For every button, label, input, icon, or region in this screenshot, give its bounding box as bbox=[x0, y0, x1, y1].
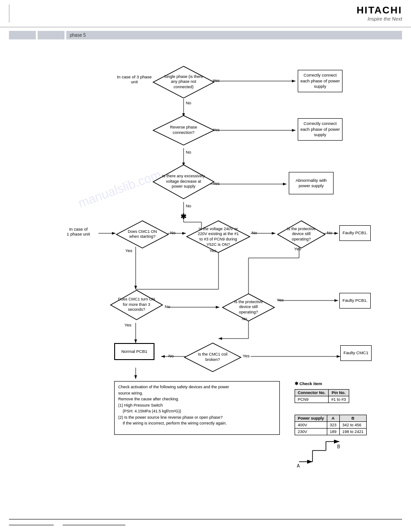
diamond-cmc1-3sec: Does CMC1 turn ON for more than 3 second… bbox=[110, 289, 163, 321]
label-yes-3sec: Yes bbox=[124, 322, 132, 327]
page-header: HITACHI Inspire the Next bbox=[0, 0, 411, 27]
diamond-voltage-decrease: Is there any excessively voltage decreas… bbox=[152, 164, 215, 200]
cell-230v-b: 198 to 2421 bbox=[339, 429, 367, 435]
label-no-3sec: No bbox=[165, 304, 170, 309]
col-b: B bbox=[339, 415, 367, 422]
brand-logo: HITACHI Inspire the Next bbox=[356, 4, 402, 21]
box-faulty-pcb1-a: Faulty PCB1. bbox=[339, 225, 371, 241]
label-no-prot2: No bbox=[242, 316, 247, 321]
label-yes-v240: Yes bbox=[210, 248, 217, 253]
main-content: manualslib.com bbox=[0, 43, 411, 419]
label-3phase: In case of 3 phase unit bbox=[116, 74, 152, 84]
diamond-cmc1-on-text: Does CMC1 ON when starting? bbox=[124, 229, 161, 240]
tab-2[interactable] bbox=[38, 31, 64, 39]
label-yes-1: Yes bbox=[213, 78, 220, 83]
flowchart: manualslib.com bbox=[9, 47, 402, 415]
cell-pcn9: PCN9 bbox=[295, 396, 329, 403]
brand-tagline: Inspire the Next bbox=[356, 16, 402, 21]
box-abnormality: Abnormality with power supply bbox=[289, 172, 334, 194]
note-box: Check activation of the following safety… bbox=[114, 381, 280, 435]
label-yes-3: Yes bbox=[213, 181, 220, 186]
label-yes-coil: Yes bbox=[243, 353, 250, 358]
label-no-3: No bbox=[186, 203, 191, 208]
label-no-v240: No bbox=[252, 230, 257, 235]
diamond-protective1-text: Is the protective device still operating… bbox=[284, 227, 319, 242]
note-text: Check activation of the following safety… bbox=[118, 384, 276, 427]
watermark: manualslib.com bbox=[76, 167, 163, 211]
cell-230v: 230V bbox=[295, 429, 327, 435]
label-no-coil: No bbox=[168, 353, 174, 358]
cell-pin: #1 to #3 bbox=[329, 396, 349, 403]
diamond-voltage240-text: Is the voltage 240V or 220V existing at … bbox=[196, 226, 241, 247]
cell-230v-a: 189 bbox=[327, 429, 339, 435]
tab-phase5[interactable]: phase 5 bbox=[66, 31, 402, 39]
box-faulty-pcb1-b: Faulty PCB1. bbox=[339, 293, 371, 309]
col-connector: Connector No. bbox=[295, 390, 329, 396]
cell-400v-a: 323 bbox=[327, 422, 339, 429]
label-no-cmc1: No bbox=[170, 230, 176, 235]
footer-left bbox=[9, 521, 125, 525]
label-yes-prot2: Yes bbox=[277, 297, 284, 302]
diamond-single-phase-text: Single phase (is there any phase not con… bbox=[162, 74, 206, 90]
diamond-cmc1-on: Does CMC1 ON when starting? bbox=[116, 220, 169, 249]
label-no-1: No bbox=[186, 100, 191, 105]
diamond-single-phase: Single phase (is there any phase not con… bbox=[152, 65, 215, 99]
label-no-prot1: No bbox=[327, 230, 332, 235]
label-yes-2: Yes bbox=[213, 127, 220, 132]
box-faulty-cmc1: Faulty CMC1 bbox=[340, 345, 372, 361]
diamond-reverse-phase-text: Reverse phase connection? bbox=[162, 125, 206, 135]
power-table: Power supply A B 400V 323 342 to 456 230… bbox=[295, 415, 367, 435]
diamond-cmc1-coil-text: Is the CMC1 coil broken? bbox=[193, 352, 233, 362]
diamond-protective2-text: Is the protective device still operating… bbox=[230, 300, 267, 315]
box-normal-pcb1: Normal PCB1 bbox=[114, 343, 154, 360]
svg-text:B: B bbox=[337, 444, 340, 449]
cell-400v: 400V bbox=[295, 422, 327, 429]
cell-400v-b: 342 to 456 bbox=[339, 422, 367, 429]
col-a: A bbox=[327, 415, 339, 422]
box-correct-connect-2: Correctly connect each phase of power su… bbox=[298, 118, 342, 141]
brand-name: HITACHI bbox=[356, 4, 402, 16]
footer-line-1 bbox=[9, 525, 54, 525]
diamond-voltage-text: Is there any excessively voltage decreas… bbox=[162, 174, 206, 189]
diamond-cmc1-coil: Is the CMC1 coil broken? bbox=[184, 342, 242, 373]
diamond-cmc1-3sec-text: Does CMC1 turn ON for more than 3 second… bbox=[118, 297, 155, 313]
header-left bbox=[9, 4, 356, 25]
tab-bar: phase 5 bbox=[9, 31, 402, 39]
check-item-label: ✱ Check item bbox=[295, 381, 322, 386]
diamond-voltage240: Is the voltage 240V or 220V existing at … bbox=[186, 220, 251, 253]
label-yes-prot1: Yes bbox=[294, 246, 301, 251]
label-1phase: In case of1 phase unit bbox=[60, 227, 96, 236]
header-divider bbox=[9, 4, 9, 22]
col-power-supply: Power supply bbox=[295, 415, 327, 422]
diamond-protective1: Is the protective device still operating… bbox=[277, 220, 326, 249]
col-pin: Pin No. bbox=[329, 390, 349, 396]
wiring-diagram: B A bbox=[295, 437, 353, 468]
diamond-protective2: Is the protective device still operating… bbox=[222, 293, 275, 322]
footer-line-2 bbox=[63, 525, 125, 525]
page-footer bbox=[9, 519, 402, 525]
box-correct-connect-1: Correctly connect each phase of power su… bbox=[298, 70, 342, 92]
label-no-2: No bbox=[186, 150, 191, 154]
connector-table: Connector No. Pin No. PCN9 #1 to #3 bbox=[295, 389, 349, 403]
svg-text:A: A bbox=[297, 463, 300, 468]
tab-1[interactable] bbox=[9, 31, 36, 39]
label-yes-cmc1: Yes bbox=[125, 248, 133, 253]
diamond-reverse-phase: Reverse phase connection? bbox=[152, 115, 215, 146]
